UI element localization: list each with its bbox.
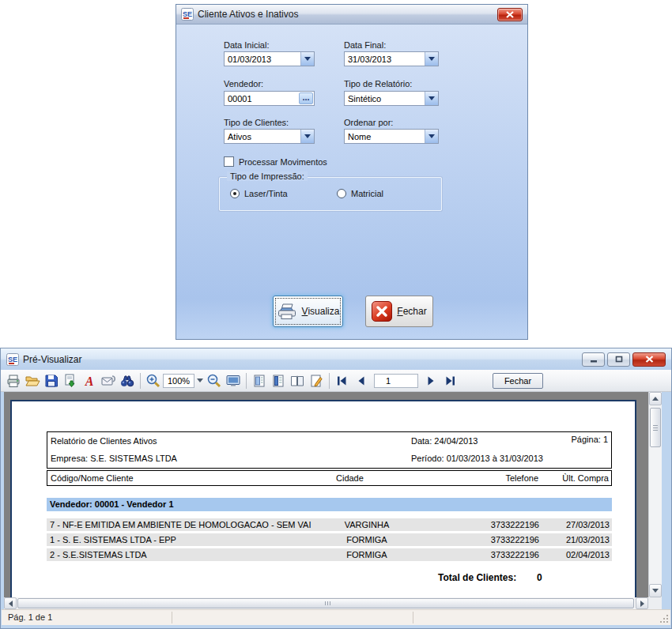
fechar-button[interactable]: Fechar — [365, 296, 433, 327]
report-company: Empresa: S.E. SISTEMAS LTDA — [51, 454, 177, 463]
scroll-right-icon[interactable] — [636, 597, 648, 609]
scroll-down-icon[interactable] — [649, 584, 662, 597]
zoom-in-icon[interactable] — [144, 371, 163, 390]
table-row: 2 - S.E.SISTEMAS LTDA FORMIGA 3733222196… — [47, 548, 612, 561]
report-title: Relatório de Clientes Ativos — [51, 436, 157, 446]
edit-icon[interactable] — [307, 371, 326, 390]
laser-tinta-radio[interactable] — [230, 189, 240, 198]
preview-titlebar[interactable]: SE Pré-Visualizar — [1, 348, 671, 370]
maximize-button[interactable] — [607, 352, 630, 367]
status-divider — [413, 612, 413, 623]
vertical-scroll-thumb[interactable] — [650, 408, 661, 447]
ordenar-select[interactable]: Nome — [344, 129, 439, 144]
tipo-relatorio-select[interactable]: Sintético — [344, 91, 439, 106]
preview-statusbar: Pág. 1 de 1 — [2, 609, 670, 625]
close-icon — [506, 11, 514, 18]
report-options-window: SE Cliente Ativos e Inativos Data Inicia… — [176, 4, 528, 340]
dialog-close-button[interactable] — [497, 8, 523, 21]
vertical-scrollbar[interactable] — [648, 392, 662, 597]
report-page-number: Página: 1 — [572, 435, 608, 444]
row-name: 1 - S. E. SISTEMAS LTDA - EPP — [50, 535, 176, 544]
app-logo-icon: SE — [181, 8, 194, 21]
tipo-clientes-select[interactable]: Ativos — [224, 129, 315, 144]
resize-grip-icon[interactable] — [659, 614, 669, 623]
horizontal-scrollbar[interactable] — [4, 597, 648, 609]
chevron-down-icon[interactable] — [425, 92, 438, 105]
print-icon[interactable] — [4, 371, 23, 390]
prev-page-icon[interactable] — [352, 371, 371, 390]
tipo-relatorio-value: Sintético — [345, 94, 425, 104]
row-last-purchase: 27/03/2013 — [566, 520, 610, 529]
visualiza-button[interactable]: Visualiza — [273, 296, 343, 327]
app-logo-icon: SE — [6, 353, 19, 366]
row-phone: 3733222196 — [491, 535, 539, 544]
preview-title: Pré-Visualizar — [23, 354, 81, 365]
table-row: 1 - S. E. SISTEMAS LTDA - EPP FORMIGA 37… — [47, 533, 612, 546]
pdf-icon[interactable]: A — [80, 371, 99, 390]
chevron-down-icon[interactable] — [425, 130, 438, 143]
chevron-down-icon[interactable] — [425, 52, 438, 66]
search-icon[interactable] — [118, 371, 137, 390]
ordenar-value: Nome — [345, 132, 425, 141]
data-final-value: 31/03/2013 — [345, 55, 425, 64]
data-inicial-value: 01/03/2013 — [225, 55, 300, 64]
scroll-up-icon[interactable] — [649, 392, 662, 405]
dialog-title: Cliente Ativos e Inativos — [198, 9, 298, 20]
row-city: FORMIGA — [315, 535, 418, 544]
close-button[interactable] — [632, 352, 666, 367]
scrollbar-corner — [648, 597, 662, 609]
row-name: 7 - NF-E EMITIDA EM AMBIENTE DE HOMOLOGA… — [50, 520, 311, 529]
close-icon — [645, 356, 654, 363]
vendor-group-label: Vendedor: 00001 - Vendedor 1 — [50, 499, 174, 509]
email-icon[interactable] — [99, 371, 118, 390]
data-inicial-select[interactable]: 01/03/2013 — [224, 51, 315, 66]
toolbar-separator — [246, 373, 247, 389]
row-city: VARGINHA — [315, 520, 418, 529]
data-inicial-label: Data Inicial: — [224, 40, 269, 50]
book-view-icon[interactable] — [288, 371, 307, 390]
chevron-down-icon[interactable] — [300, 130, 314, 143]
detail-view-icon[interactable] — [269, 371, 288, 390]
preview-fechar-button[interactable]: Fechar — [493, 373, 543, 389]
next-page-icon[interactable] — [421, 371, 440, 390]
zoom-out-icon[interactable] — [205, 371, 224, 390]
processar-movimentos-checkbox[interactable] — [224, 156, 234, 167]
table-row: 7 - NF-E EMITIDA EM AMBIENTE DE HOMOLOGA… — [47, 518, 612, 531]
last-page-icon[interactable] — [440, 371, 459, 390]
data-final-select[interactable]: 31/03/2013 — [344, 51, 439, 66]
first-page-icon[interactable] — [333, 371, 352, 390]
total-label: Total de Clientes: — [438, 572, 516, 583]
open-icon[interactable] — [23, 371, 42, 390]
maximize-icon — [615, 356, 623, 363]
vendedor-field[interactable]: 00001 ... — [224, 91, 315, 106]
close-x-icon — [372, 301, 392, 322]
save-icon[interactable] — [42, 371, 61, 390]
tipo-clientes-value: Ativos — [225, 132, 300, 141]
toolbar-separator — [329, 373, 330, 389]
total-value: 0 — [537, 572, 542, 583]
report-total-line: Total de Clientes: 0 — [47, 572, 612, 585]
page-number-input[interactable]: 1 — [374, 374, 418, 388]
tipo-impressao-legend: Tipo de Impressão: — [227, 171, 308, 181]
col-name-header: Código/Nome Cliente — [51, 473, 134, 483]
col-last-header: Ùlt. Compra — [562, 473, 609, 483]
minimize-button[interactable] — [582, 352, 605, 367]
processar-movimentos-label: Processar Movimentos — [239, 157, 327, 167]
fechar-label: Fechar — [397, 306, 426, 317]
export-icon[interactable] — [61, 371, 80, 390]
printer-icon — [277, 303, 297, 320]
dialog-titlebar[interactable]: SE Cliente Ativos e Inativos — [176, 5, 527, 24]
whole-page-icon[interactable] — [224, 371, 243, 390]
vendedor-label: Vendedor: — [224, 79, 263, 89]
vendedor-browse-button[interactable]: ... — [299, 92, 313, 104]
zoom-dropdown-icon[interactable] — [194, 374, 205, 388]
chevron-down-icon[interactable] — [300, 52, 314, 66]
horizontal-scroll-thumb[interactable] — [17, 598, 634, 608]
scroll-left-icon[interactable] — [4, 597, 17, 609]
zoom-level-select[interactable]: 100% — [163, 374, 194, 388]
vendor-group-band: Vendedor: 00001 - Vendedor 1 — [47, 498, 612, 511]
col-phone-header: Telefone — [505, 473, 538, 483]
matricial-radio[interactable] — [337, 189, 346, 198]
page-view-icon[interactable] — [250, 371, 269, 390]
col-city-header: Cidade — [336, 473, 364, 483]
